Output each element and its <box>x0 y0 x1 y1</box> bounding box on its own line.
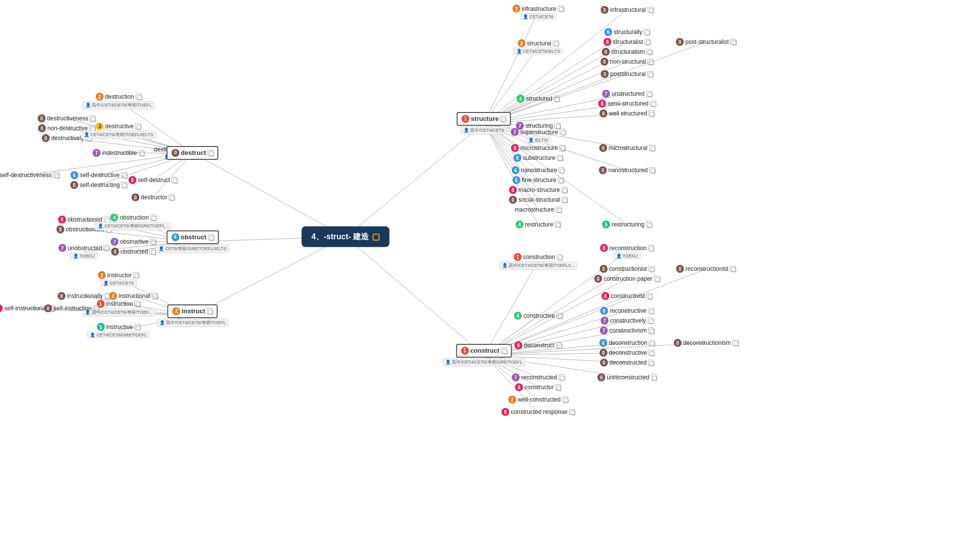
copy-icon[interactable] <box>134 301 140 307</box>
word-text: constructivism <box>609 327 647 334</box>
copy-icon[interactable] <box>558 177 564 183</box>
copy-icon[interactable] <box>648 328 654 333</box>
word-node: 4obstruction👤 CET4/CET6/考研/GRE/TOEFL... <box>95 214 171 230</box>
word-item: 6deconstruction <box>599 339 655 347</box>
word-text: restructuring <box>612 221 645 228</box>
copy-icon[interactable] <box>649 111 655 116</box>
copy-icon[interactable] <box>646 49 652 55</box>
word-node: 4restructure <box>515 221 560 228</box>
copy-icon[interactable] <box>644 29 650 35</box>
copy-icon[interactable] <box>559 167 565 173</box>
word-text: post-structuralist <box>685 38 729 45</box>
mind-map: 4、-struct- 建造1structure👤 高中/CET4/CET61co… <box>0 0 980 555</box>
word-node: 7superstructure👤 IELTS/ <box>511 128 566 144</box>
word-tag: 👤 IELTS/ <box>525 137 551 144</box>
copy-icon[interactable] <box>561 187 567 193</box>
copy-icon[interactable] <box>501 348 507 354</box>
copy-icon[interactable] <box>648 308 654 314</box>
copy-icon[interactable] <box>150 249 156 255</box>
copy-icon[interactable] <box>730 39 736 45</box>
word-item: 0unreconstructed <box>597 373 657 381</box>
copy-icon[interactable] <box>647 293 653 299</box>
copy-icon[interactable] <box>648 59 654 65</box>
copy-icon[interactable] <box>649 167 655 173</box>
word-badge: 6 <box>604 28 612 36</box>
copy-icon[interactable] <box>561 197 567 203</box>
copy-icon[interactable] <box>53 172 59 178</box>
copy-icon[interactable] <box>569 409 575 415</box>
copy-icon[interactable] <box>556 254 562 260</box>
copy-icon[interactable] <box>557 155 563 161</box>
copy-icon[interactable] <box>645 39 651 45</box>
copy-icon[interactable] <box>556 313 562 319</box>
copy-icon[interactable] <box>651 374 657 380</box>
copy-icon[interactable] <box>650 101 656 107</box>
copy-icon[interactable] <box>93 305 99 311</box>
copy-icon[interactable] <box>138 150 144 156</box>
center-icon[interactable] <box>373 234 380 241</box>
copy-icon[interactable] <box>152 293 157 299</box>
copy-icon[interactable] <box>169 194 175 200</box>
copy-icon[interactable] <box>135 123 141 129</box>
copy-icon[interactable] <box>654 276 660 282</box>
center-node[interactable]: 4、-struct- 建造 <box>302 226 390 247</box>
copy-icon[interactable] <box>556 207 562 213</box>
copy-icon[interactable] <box>150 215 156 221</box>
copy-icon[interactable] <box>555 222 561 227</box>
copy-icon[interactable] <box>648 245 654 251</box>
word-node: 0post-structuralist <box>676 38 736 46</box>
word-node: 0infrastructural <box>601 6 654 14</box>
main-node-instruct[interactable]: 2instruct👤 高中/CET4/CET6/考研/TOEFL <box>157 304 229 327</box>
copy-icon[interactable] <box>649 340 655 346</box>
copy-icon[interactable] <box>562 397 568 403</box>
copy-icon[interactable] <box>104 245 110 251</box>
word-item: 0deconstructive <box>599 349 654 357</box>
copy-icon[interactable] <box>649 350 655 356</box>
copy-icon[interactable] <box>558 374 564 380</box>
word-text: structural <box>527 40 551 47</box>
word-item: 0social-structural <box>509 196 567 204</box>
word-item: 6fine-structure <box>512 176 564 184</box>
word-badge: 0 <box>38 124 46 132</box>
copy-icon[interactable] <box>732 340 738 346</box>
copy-icon[interactable] <box>208 150 214 156</box>
copy-icon[interactable] <box>135 94 141 100</box>
copy-icon[interactable] <box>208 234 214 240</box>
word-node: 0self-destructing <box>70 181 127 189</box>
copy-icon[interactable] <box>121 182 127 188</box>
main-node-destruct[interactable]: 0destruct <box>166 146 218 160</box>
copy-icon[interactable] <box>559 129 565 135</box>
copy-icon[interactable] <box>553 40 559 46</box>
main-node-box: 6obstruct <box>166 230 219 244</box>
copy-icon[interactable] <box>646 91 652 97</box>
copy-icon[interactable] <box>648 360 654 366</box>
copy-icon[interactable] <box>646 222 652 227</box>
word-badge: 0 <box>600 359 608 367</box>
copy-icon[interactable] <box>647 318 653 324</box>
copy-icon[interactable] <box>500 116 506 122</box>
word-badge: 0 <box>42 134 50 142</box>
copy-icon[interactable] <box>559 145 565 151</box>
copy-icon[interactable] <box>555 384 561 390</box>
copy-icon[interactable] <box>649 145 655 151</box>
copy-icon[interactable] <box>172 177 178 183</box>
copy-icon[interactable] <box>647 71 653 77</box>
copy-icon[interactable] <box>556 342 562 348</box>
copy-icon[interactable] <box>647 7 653 13</box>
copy-icon[interactable] <box>730 266 736 272</box>
copy-icon[interactable] <box>133 272 139 278</box>
copy-icon[interactable] <box>554 96 560 102</box>
main-node-construct[interactable]: 1construct👤 高中/CET4/CET6/考研/GRE/TOEFL <box>442 344 525 367</box>
copy-icon[interactable] <box>90 115 96 121</box>
main-node-structure[interactable]: 1structure👤 高中/CET4/CET6 <box>457 112 511 135</box>
copy-icon[interactable] <box>207 308 213 314</box>
word-node: 0social-structural <box>509 196 567 204</box>
main-node-obstruct[interactable]: 6obstruct👤 CET6/考研/GRE/TOEFL/IELTS <box>156 230 229 253</box>
copy-icon[interactable] <box>648 266 654 272</box>
copy-icon[interactable] <box>121 172 127 178</box>
copy-icon[interactable] <box>558 6 564 12</box>
node-tag: 👤 高中/CET4/CET6/考研/TOEFL <box>157 319 229 327</box>
copy-icon[interactable] <box>150 239 156 245</box>
word-item: 4structured <box>516 95 559 103</box>
copy-icon[interactable] <box>134 324 140 330</box>
